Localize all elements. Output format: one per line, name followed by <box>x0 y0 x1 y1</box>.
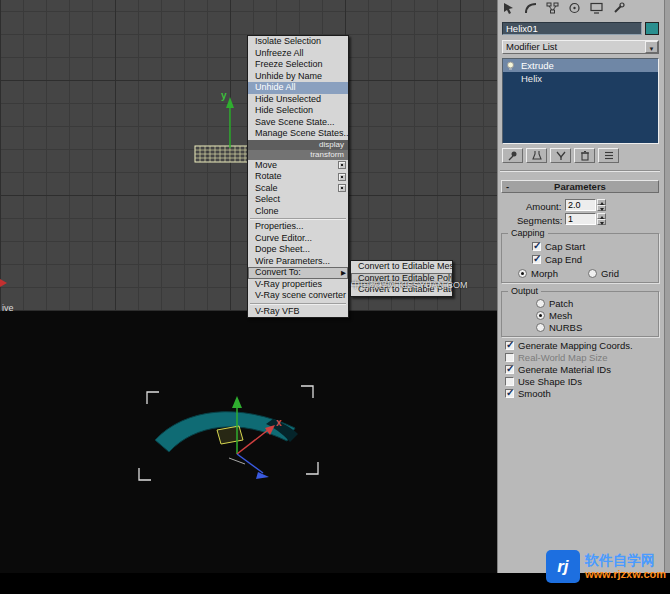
nurbs-radio[interactable]: NURBS <box>536 322 582 333</box>
spin-down-icon[interactable] <box>597 205 606 211</box>
show-end-result-button[interactable] <box>526 148 547 163</box>
menu-item-select[interactable]: Select <box>248 194 348 206</box>
axis-marker <box>0 279 7 287</box>
radio-icon[interactable] <box>588 269 597 278</box>
radio-icon[interactable] <box>536 323 545 332</box>
tab-motion[interactable] <box>566 1 583 15</box>
tab-modify[interactable] <box>522 1 539 15</box>
menu-item-unfreeze-all[interactable]: Unfreeze All <box>248 48 348 60</box>
checkbox-icon[interactable] <box>532 242 541 251</box>
mesh-radio[interactable]: Mesh <box>536 310 572 321</box>
use-shape-ids-checkbox[interactable]: Use Shape IDs <box>505 376 582 387</box>
menu-item-wire-parameters[interactable]: Wire Parameters... <box>248 256 348 268</box>
segments-label: Segments: <box>517 215 562 226</box>
checkbox-icon[interactable] <box>505 389 514 398</box>
checkbox-icon[interactable] <box>505 377 514 386</box>
menu-item-vray-scene-converter[interactable]: V-Ray scene converter <box>248 290 348 302</box>
checkbox-icon[interactable] <box>505 353 514 362</box>
segments-spinner[interactable] <box>597 213 606 225</box>
front-y-axis-label: y <box>221 90 227 101</box>
tab-create[interactable] <box>500 1 517 15</box>
menu-item-unhide-all[interactable]: Unhide All <box>248 82 348 94</box>
tab-hierarchy[interactable] <box>544 1 561 15</box>
menu-item-label: Rotate <box>255 171 282 181</box>
beaker-icon <box>531 150 543 161</box>
dropdown-arrow-icon[interactable] <box>645 41 658 53</box>
menu-item-hide-unselected[interactable]: Hide Unselected <box>248 94 348 106</box>
amount-field[interactable]: 2.0 <box>565 199 596 211</box>
menu-item-dope-sheet[interactable]: Dope Sheet... <box>248 244 348 256</box>
checkbox-icon[interactable] <box>505 365 514 374</box>
segments-field[interactable]: 1 <box>565 213 596 225</box>
stack-item-label: Extrude <box>521 60 554 71</box>
real-world-checkbox[interactable]: Real-World Map Size <box>505 352 608 363</box>
menu-item-freeze-selection[interactable]: Freeze Selection <box>248 59 348 71</box>
menu-item-isolate-selection[interactable]: Isolate Selection <box>248 36 348 48</box>
pin-stack-button[interactable] <box>502 148 523 163</box>
brand-name: 软件自学网 <box>585 552 666 569</box>
object-name-field[interactable]: Helix01 <box>502 22 642 35</box>
radio-icon[interactable] <box>518 269 527 278</box>
parameters-rollout-header[interactable]: - Parameters <box>501 180 659 193</box>
modifier-bulb-icon[interactable] <box>506 61 515 71</box>
modifier-stack: Extrude Helix <box>502 58 659 144</box>
scale-settings-icon[interactable] <box>338 184 346 192</box>
screenshot-root: y x ive Isolate Selection Unfreeze All F… <box>0 0 670 594</box>
brand-url: www.rjzxw.com <box>585 568 666 581</box>
capping-group: Capping Cap Start Cap End Morph Grid <box>501 233 659 283</box>
smooth-checkbox[interactable]: Smooth <box>505 388 551 399</box>
menu-item-rotate[interactable]: Rotate <box>248 171 348 183</box>
list-config-icon <box>603 150 615 161</box>
rotate-settings-icon[interactable] <box>338 173 346 181</box>
object-color-swatch[interactable] <box>645 22 659 35</box>
configure-modifier-sets-button[interactable] <box>598 148 619 163</box>
move-settings-icon[interactable] <box>338 161 346 169</box>
stack-item-extrude[interactable]: Extrude <box>503 59 658 72</box>
menu-item-manage-scene-states[interactable]: Manage Scene States... <box>248 128 348 140</box>
mesh-label: Mesh <box>549 310 572 321</box>
menu-item-vray-vfb[interactable]: V-Ray VFB <box>248 306 348 318</box>
patch-radio[interactable]: Patch <box>536 298 573 309</box>
generate-material-ids-checkbox[interactable]: Generate Material IDs <box>505 364 611 375</box>
menu-item-move[interactable]: Move <box>248 160 348 172</box>
modifier-list-label: Modifier List <box>506 41 557 52</box>
panel-scrollbar[interactable] <box>664 0 670 573</box>
menu-item-vray-properties[interactable]: V-Ray properties <box>248 279 348 291</box>
grid-radio[interactable]: Grid <box>588 268 619 279</box>
radio-icon[interactable] <box>536 311 545 320</box>
cap-start-checkbox[interactable]: Cap Start <box>532 241 585 252</box>
menu-item-unhide-by-name[interactable]: Unhide by Name <box>248 71 348 83</box>
cap-end-label: Cap End <box>545 254 582 265</box>
amount-spinner[interactable] <box>597 199 606 211</box>
stack-item-helix[interactable]: Helix <box>503 72 658 85</box>
menu-header-transform: transform <box>248 150 348 160</box>
tab-display[interactable] <box>588 1 605 15</box>
menu-item-save-scene-state[interactable]: Save Scene State... <box>248 117 348 129</box>
checkbox-icon[interactable] <box>532 255 541 264</box>
command-panel: Helix01 Modifier List Extrude Helix <box>497 0 664 573</box>
remove-modifier-button[interactable] <box>574 148 595 163</box>
generate-mapping-checkbox[interactable]: Generate Mapping Coords. <box>505 340 633 351</box>
menu-item-scale[interactable]: Scale <box>248 183 348 195</box>
menu-item-properties[interactable]: Properties... <box>248 221 348 233</box>
morph-label: Morph <box>531 268 558 279</box>
trash-icon <box>579 150 591 161</box>
grid-label: Grid <box>601 268 619 279</box>
utilities-wrench-icon <box>612 2 625 14</box>
context-menu: Isolate Selection Unfreeze All Freeze Se… <box>247 35 349 318</box>
rollout-title: Parameters <box>554 181 606 192</box>
tab-utilities[interactable] <box>610 1 627 15</box>
checkbox-icon[interactable] <box>505 341 514 350</box>
menu-item-hide-selection[interactable]: Hide Selection <box>248 105 348 117</box>
modifier-list-dropdown[interactable]: Modifier List <box>502 40 659 54</box>
menu-item-curve-editor[interactable]: Curve Editor... <box>248 233 348 245</box>
menu-item-convert-to[interactable]: Convert To:▶ <box>248 267 348 279</box>
submenu-arrow-icon: ▶ <box>341 267 346 279</box>
menu-item-clone[interactable]: Clone <box>248 206 348 218</box>
morph-radio[interactable]: Morph <box>518 268 558 279</box>
cap-end-checkbox[interactable]: Cap End <box>532 254 582 265</box>
submenu-item-editable-mesh[interactable]: Convert to Editable Mesh <box>351 261 452 273</box>
radio-icon[interactable] <box>536 299 545 308</box>
make-unique-button[interactable] <box>550 148 571 163</box>
spin-down-icon[interactable] <box>597 219 606 225</box>
